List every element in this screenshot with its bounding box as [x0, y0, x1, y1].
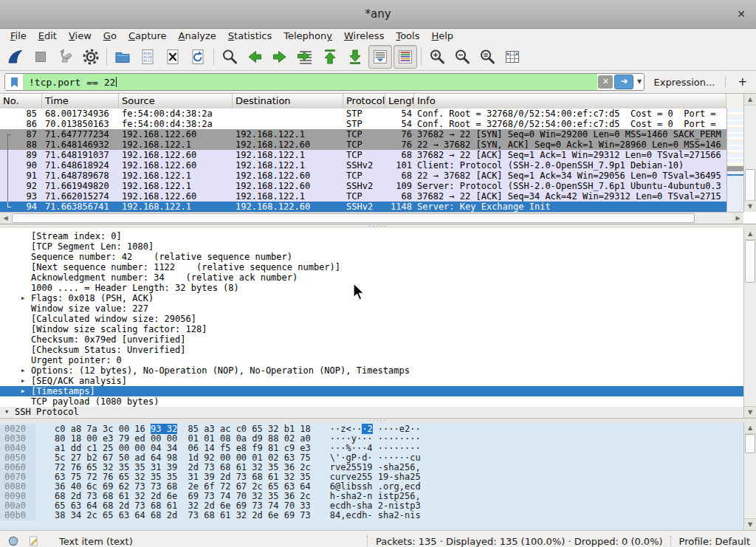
collapsed-arrow-icon[interactable]: ▶	[21, 386, 24, 396]
reload-file-button[interactable]	[186, 45, 210, 69]
restart-capture-button[interactable]	[54, 45, 78, 69]
collapsed-arrow-icon[interactable]: ▶	[21, 417, 24, 418]
go-forward-button[interactable]	[268, 45, 292, 69]
packet-row[interactable]: 8971.648191037192.168.122.60192.168.122.…	[0, 150, 726, 160]
menu-telephony[interactable]: Telephony	[278, 30, 338, 42]
scroll-down-icon[interactable]: ▼	[744, 200, 756, 212]
capture-comment-icon[interactable]	[27, 534, 41, 547]
packet-row[interactable]: 8568.001734936fe:54:00:d4:38:2aSTP54Conf…	[0, 109, 726, 119]
expression-button[interactable]: Expression...	[653, 77, 715, 88]
details-vscrollbar[interactable]: ▲ ▼	[743, 228, 756, 418]
detail-row[interactable]: Sequence number: 42 (relative sequence n…	[0, 252, 743, 262]
title-bar[interactable]: *any ✕	[0, 0, 756, 29]
detail-row[interactable]: ▶[Timestamps]	[0, 386, 743, 396]
detail-row[interactable]: Urgent pointer: 0	[0, 355, 743, 365]
start-capture-button[interactable]	[4, 45, 27, 69]
go-back-button[interactable]	[243, 45, 267, 69]
bytes-vscrollbar[interactable]: ▲ ▼	[743, 422, 756, 530]
filter-clear-button[interactable]: ✕	[598, 75, 613, 89]
detail-row[interactable]: TCP payload (1080 bytes)	[0, 396, 743, 407]
filter-history-dropdown[interactable]: ▼	[634, 75, 644, 89]
packet-row[interactable]: 8670.013850163fe:54:00:d4:38:2aSTP54Conf…	[0, 119, 726, 129]
save-file-button[interactable]: 010101100111	[136, 45, 159, 69]
find-packet-button[interactable]	[218, 45, 241, 69]
detail-row[interactable]: Window size value: 227	[0, 303, 743, 314]
filter-bookmark-icon[interactable]	[5, 74, 24, 90]
scroll-up-icon[interactable]: ▲	[744, 94, 756, 106]
menu-capture[interactable]: Capture	[123, 30, 173, 42]
column-header-protocol[interactable]: Protocol	[343, 94, 385, 109]
stop-capture-button[interactable]	[29, 45, 52, 69]
detail-row[interactable]: Checksum: 0x79ed [unverified]	[0, 334, 743, 345]
menu-analyze[interactable]: Analyze	[173, 30, 222, 42]
detail-row[interactable]: [TCP Segment Len: 1080]	[0, 241, 743, 252]
close-icon[interactable]: ✕	[734, 7, 749, 21]
go-last-button[interactable]	[343, 45, 367, 69]
detail-row[interactable]: ▶Flags: 0x018 (PSH, ACK)	[0, 293, 743, 303]
capture-options-button[interactable]	[79, 45, 103, 69]
filter-apply-button[interactable]: ➜	[614, 75, 633, 89]
scroll-up-icon[interactable]: ▲	[744, 422, 756, 434]
menu-wireless[interactable]: Wireless	[338, 30, 390, 42]
collapsed-arrow-icon[interactable]: ▶	[21, 365, 24, 376]
column-header-no[interactable]: No.	[0, 94, 42, 109]
detail-row[interactable]: ▶[SEQ/ACK analysis]	[0, 376, 743, 386]
menu-tools[interactable]: Tools	[390, 30, 425, 42]
filter-value[interactable]: !tcp.port == 22	[24, 74, 597, 90]
column-header-length[interactable]: Length	[385, 94, 414, 109]
scrollbar-thumb[interactable]	[12, 213, 695, 223]
scroll-left-icon[interactable]: ◀	[0, 213, 11, 224]
scrollbar-thumb[interactable]	[745, 169, 755, 202]
go-first-button[interactable]	[318, 45, 342, 69]
menu-file[interactable]: File	[4, 30, 32, 42]
expert-info-icon[interactable]	[6, 534, 21, 547]
menu-statistics[interactable]: Statistics	[222, 30, 278, 42]
detail-row[interactable]: [Next sequence number: 1122 (relative se…	[0, 262, 743, 272]
resize-columns-button[interactable]	[501, 45, 524, 69]
hex-row[interactable]: 00b038 34 2c 65 63 64 68 2d 73 68 61 32 …	[0, 511, 743, 520]
auto-scroll-button[interactable]	[368, 45, 392, 69]
colorize-button[interactable]	[394, 45, 417, 69]
packet-row[interactable]: 8871.648146932192.168.122.1192.168.122.6…	[0, 140, 726, 150]
zoom-out-button[interactable]	[450, 45, 474, 69]
packet-row[interactable]: 9071.648618924192.168.122.60192.168.122.…	[0, 160, 726, 171]
menu-view[interactable]: View	[63, 30, 97, 42]
detail-row[interactable]: [Calculated window size: 29056]	[0, 314, 743, 324]
detail-row[interactable]: Acknowledgment number: 34 (relative ack …	[0, 272, 743, 283]
detail-row[interactable]: 1000 .... = Header Length: 32 bytes (8)	[0, 283, 743, 293]
open-file-button[interactable]	[111, 45, 134, 69]
menu-go[interactable]: Go	[97, 30, 123, 42]
zoom-reset-button[interactable]	[475, 45, 499, 69]
scroll-up-icon[interactable]: ▲	[744, 228, 756, 240]
close-file-button[interactable]	[161, 45, 185, 69]
collapsed-arrow-icon[interactable]: ▶	[21, 376, 24, 386]
detail-row[interactable]: [Stream index: 0]	[0, 231, 743, 241]
add-filter-button[interactable]: +	[733, 75, 752, 89]
detail-row[interactable]: [Window size scaling factor: 128]	[0, 324, 743, 334]
go-to-packet-button[interactable]	[293, 45, 317, 69]
expanded-arrow-icon[interactable]: ▼	[5, 407, 8, 417]
packet-list-vscrollbar[interactable]: ▲ ▼	[743, 94, 756, 212]
column-header-destination[interactable]: Destination	[233, 94, 343, 109]
packet-row[interactable]: 9371.662015274192.168.122.60192.168.122.…	[0, 191, 726, 202]
packet-row[interactable]: 9471.663856741192.168.122.1192.168.122.6…	[0, 202, 726, 212]
menu-help[interactable]: Help	[425, 30, 459, 42]
column-header-time[interactable]: Time	[42, 94, 119, 109]
scrollbar-thumb[interactable]	[745, 240, 755, 283]
column-header-source[interactable]: Source	[119, 94, 233, 109]
packet-row[interactable]: 9171.648789678192.168.122.1192.168.122.6…	[0, 171, 726, 181]
collapsed-arrow-icon[interactable]: ▶	[21, 293, 24, 303]
scroll-down-icon[interactable]: ▼	[744, 518, 756, 530]
status-profile[interactable]: Profile: Default	[679, 536, 750, 547]
packet-row[interactable]: 8771.647777234192.168.122.60192.168.122.…	[0, 129, 726, 140]
detail-row[interactable]: [Checksum Status: Unverified]	[0, 345, 743, 355]
display-filter-input[interactable]: !tcp.port == 22 ✕ ➜ ▼	[4, 73, 645, 91]
scroll-down-icon[interactable]: ▼	[744, 406, 756, 418]
scroll-right-icon[interactable]: ▶	[732, 213, 743, 224]
detail-row[interactable]: ▼SSH Protocol	[0, 407, 743, 417]
packet-row[interactable]: 9271.661949820192.168.122.1192.168.122.6…	[0, 181, 726, 191]
detail-row[interactable]: ▶Options: (12 bytes), No-Operation (NOP)…	[0, 365, 743, 376]
menu-edit[interactable]: Edit	[32, 30, 63, 42]
zoom-in-button[interactable]	[425, 45, 449, 69]
intelligent-scrollbar-minimap[interactable]	[726, 109, 743, 212]
